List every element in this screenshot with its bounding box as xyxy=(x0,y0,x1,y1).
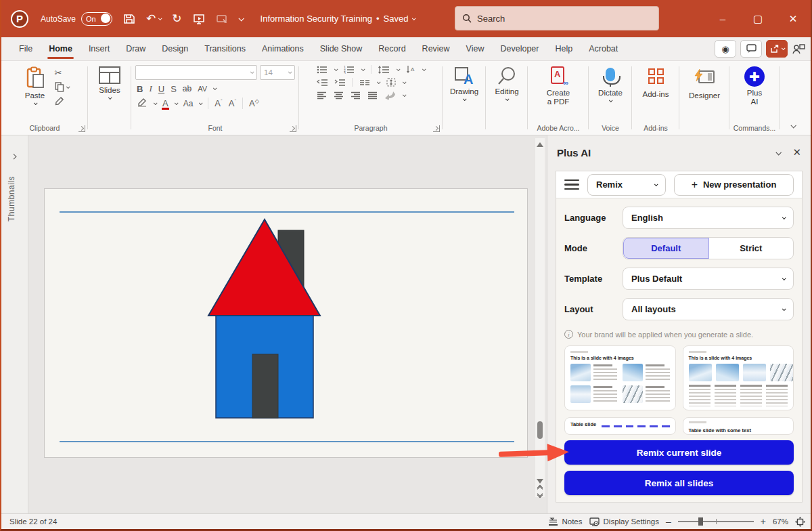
change-case-button[interactable]: Aa xyxy=(183,99,194,108)
collapse-ribbon-chevron-icon[interactable] xyxy=(790,123,796,128)
zoom-slider[interactable] xyxy=(678,521,754,522)
maximize-button[interactable]: ▢ xyxy=(740,0,775,37)
mode-option-strict[interactable]: Strict xyxy=(709,238,794,259)
numbering-chevron-icon[interactable] xyxy=(361,67,365,71)
italic-button[interactable]: I xyxy=(149,83,152,94)
layout-card-4-images-row[interactable]: This is a slide with 4 images xyxy=(683,345,794,410)
drawing-button[interactable]: A Drawing xyxy=(446,65,482,121)
underline-button[interactable]: U xyxy=(158,84,164,94)
align-right-button[interactable] xyxy=(351,91,361,100)
document-title[interactable]: Information Security Training • Saved xyxy=(261,14,415,24)
smartart-chevron-icon[interactable] xyxy=(403,93,407,97)
zoom-slider-thumb[interactable] xyxy=(698,517,703,526)
designer-button[interactable]: Designer xyxy=(685,65,724,121)
paste-button[interactable]: Paste xyxy=(21,65,49,121)
zoom-in-button[interactable]: + xyxy=(761,516,766,527)
format-painter-button[interactable] xyxy=(55,96,69,106)
undo-icon[interactable]: ↶ xyxy=(146,12,156,26)
line-spacing-chevron-icon[interactable] xyxy=(397,67,401,71)
tab-developer[interactable]: Developer xyxy=(492,37,547,60)
remix-all-slides-button[interactable]: Remix all slides xyxy=(564,471,794,495)
tab-transitions[interactable]: Transitions xyxy=(196,37,254,60)
justify-button[interactable] xyxy=(367,91,378,100)
font-color-chevron-icon[interactable] xyxy=(175,101,179,105)
align-text-chevron-icon[interactable] xyxy=(403,80,407,84)
paragraph-dialog-launcher[interactable] xyxy=(433,125,440,132)
text-direction-button[interactable]: A xyxy=(406,65,415,74)
columns-chevron-icon[interactable] xyxy=(377,80,381,84)
bold-button[interactable]: B xyxy=(137,84,143,94)
bullets-button[interactable] xyxy=(317,66,328,74)
clear-formatting-button[interactable]: A◇ xyxy=(249,98,259,108)
layout-card-4-images-grid[interactable]: This is a slide with 4 images xyxy=(564,345,676,410)
align-text-button[interactable] xyxy=(386,78,396,87)
next-slide-button[interactable] xyxy=(538,493,542,496)
redo-icon[interactable]: ↻ xyxy=(172,12,181,26)
presenter-view-icon[interactable] xyxy=(216,13,228,25)
undo-chevron-icon[interactable] xyxy=(158,16,162,20)
text-shadow-button[interactable]: S xyxy=(171,84,177,94)
template-dropdown[interactable]: Plus Default xyxy=(623,268,794,290)
tab-file[interactable]: File xyxy=(11,37,41,60)
tab-insert[interactable]: Insert xyxy=(81,37,118,60)
rehearse-coach-icon[interactable] xyxy=(792,43,805,54)
tab-home[interactable]: Home xyxy=(41,37,81,60)
scroll-down-icon[interactable] xyxy=(537,479,543,484)
layout-card-table[interactable]: Table slide xyxy=(564,417,676,435)
thumbnails-pane[interactable]: Thumbnails xyxy=(1,135,28,513)
mode-option-default[interactable]: Default xyxy=(623,238,709,259)
scrollbar-thumb[interactable] xyxy=(537,421,543,439)
minimize-button[interactable]: – xyxy=(705,0,740,37)
remix-current-slide-button[interactable]: Remix current slide xyxy=(564,440,794,465)
vertical-scrollbar[interactable] xyxy=(535,138,545,497)
highlight-button[interactable] xyxy=(137,98,148,109)
zoom-level[interactable]: 67% xyxy=(773,517,788,526)
tab-view[interactable]: View xyxy=(458,37,493,60)
addins-button[interactable]: Add-ins xyxy=(639,65,673,121)
customize-qat-chevron-icon[interactable] xyxy=(239,17,243,21)
increase-indent-button[interactable] xyxy=(334,79,345,87)
font-size-combo[interactable]: 14 xyxy=(260,65,295,80)
shrink-font-button[interactable]: Aˇ xyxy=(229,98,236,108)
fit-slide-to-window-icon[interactable] xyxy=(795,517,805,527)
close-button[interactable]: ✕ xyxy=(775,0,811,37)
save-icon[interactable] xyxy=(123,13,135,25)
record-button[interactable]: ◉ xyxy=(715,40,736,58)
slide-canvas[interactable] xyxy=(44,188,528,458)
plusai-ribbon-button[interactable]: ✚ PlusAI xyxy=(740,65,769,121)
tab-review[interactable]: Review xyxy=(414,37,458,60)
language-dropdown[interactable]: English xyxy=(623,207,794,229)
comments-button[interactable] xyxy=(740,40,762,58)
editing-button[interactable]: Editing xyxy=(491,65,522,121)
case-chevron-icon[interactable] xyxy=(199,101,203,105)
search-box[interactable] xyxy=(455,6,659,30)
highlight-chevron-icon[interactable] xyxy=(154,101,158,105)
notes-button[interactable]: Notes xyxy=(548,517,582,526)
columns-button[interactable] xyxy=(359,79,370,86)
grow-font-button[interactable]: Aˆ xyxy=(215,98,222,108)
tab-record[interactable]: Record xyxy=(370,37,413,60)
clipboard-dialog-launcher[interactable] xyxy=(78,125,85,132)
previous-slide-button[interactable] xyxy=(538,487,542,490)
tab-animations[interactable]: Animations xyxy=(254,37,312,60)
strikethrough-button[interactable]: ab xyxy=(183,84,191,93)
tab-draw[interactable]: Draw xyxy=(118,37,154,60)
dictate-button[interactable]: Dictate xyxy=(594,65,627,121)
new-presentation-button[interactable]: + New presentation xyxy=(674,174,794,196)
decrease-indent-button[interactable] xyxy=(317,79,328,87)
start-slideshow-icon[interactable] xyxy=(193,13,205,25)
tab-design[interactable]: Design xyxy=(154,37,196,60)
share-button[interactable] xyxy=(766,40,788,58)
panel-menu-icon[interactable] xyxy=(564,179,579,190)
tab-acrobat[interactable]: Acrobat xyxy=(581,37,626,60)
line-spacing-button[interactable] xyxy=(378,66,390,74)
autosave-toggle[interactable]: On xyxy=(81,12,112,26)
align-center-button[interactable] xyxy=(334,91,344,100)
remix-mode-select[interactable]: Remix xyxy=(587,174,666,196)
cut-button[interactable]: ✂ xyxy=(55,68,69,78)
font-name-combo[interactable] xyxy=(135,65,257,80)
create-pdf-button[interactable]: A∞ Createa PDF xyxy=(543,65,574,121)
panel-close-icon[interactable]: ✕ xyxy=(792,146,801,158)
copy-button[interactable] xyxy=(55,82,69,92)
character-spacing-button[interactable]: AV xyxy=(198,85,207,93)
